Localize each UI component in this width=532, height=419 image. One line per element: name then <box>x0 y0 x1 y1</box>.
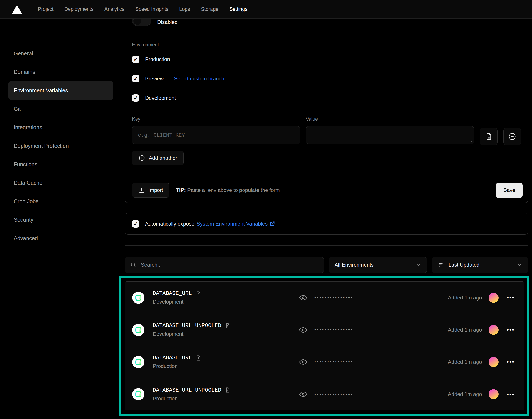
env-var-form-panel: Disabled Environment ✓ Production ✓ Prev… <box>125 19 528 203</box>
sort-dropdown[interactable]: Last Updated <box>432 257 528 273</box>
save-button[interactable]: Save <box>496 183 523 198</box>
sidebar-item-git[interactable]: Git <box>9 100 113 118</box>
added-timestamp: Added 1m ago <box>448 359 482 365</box>
env-var-environment: Production <box>153 395 231 402</box>
add-another-button[interactable]: Add another <box>132 151 184 165</box>
main-content: Disabled Environment ✓ Production ✓ Prev… <box>125 19 528 273</box>
masked-value: ••••••••••••••• <box>314 295 354 300</box>
sidebar-item-functions[interactable]: Functions <box>9 155 113 174</box>
import-button[interactable]: Import <box>132 183 169 197</box>
minus-circle-icon <box>508 132 517 141</box>
env-var-row[interactable]: DATABASE_URL_UNPOOLED Production •••••••… <box>125 378 524 410</box>
paste-env-button[interactable] <box>480 128 498 145</box>
auto-expose-label: Automatically expose <box>145 221 194 227</box>
checkmark-icon: ✓ <box>134 221 138 227</box>
sidebar-item-advanced[interactable]: Advanced <box>9 229 113 248</box>
key-input[interactable] <box>132 126 300 144</box>
sidebar-item-general[interactable]: General <box>9 44 113 63</box>
added-timestamp: Added 1m ago <box>448 295 482 301</box>
value-label: Value <box>306 116 474 122</box>
eye-icon[interactable] <box>299 357 308 367</box>
user-avatar <box>489 389 499 399</box>
chevron-down-icon <box>415 262 421 268</box>
sort-icon <box>438 262 444 268</box>
import-label: Import <box>148 187 163 193</box>
neon-logo-icon <box>135 358 142 366</box>
sidebar-item-cron-jobs[interactable]: Cron Jobs <box>9 192 113 210</box>
download-icon <box>138 187 145 193</box>
auto-expose-panel: ✓ Automatically expose System Environmen… <box>125 213 528 235</box>
filter-row: All Environments Last Updated <box>125 257 528 273</box>
external-link-icon <box>269 221 275 227</box>
eye-icon[interactable] <box>299 293 308 302</box>
env-var-row[interactable]: DATABASE_URL Production ••••••••••••••• <box>125 346 524 378</box>
row-menu-button[interactable]: ••• <box>505 359 516 365</box>
env-var-environment: Production <box>153 363 201 369</box>
development-checkbox[interactable]: ✓ <box>132 94 139 102</box>
sidebar-item-security[interactable]: Security <box>9 210 113 229</box>
tab-deployments[interactable]: Deployments <box>59 0 99 18</box>
remove-row-button[interactable] <box>503 128 521 145</box>
env-var-row[interactable]: DATABASE_URL Development ••••••••••••••• <box>125 282 524 314</box>
checkmark-icon: ✓ <box>134 95 138 101</box>
annotation-highlight-rect: DATABASE_URL Development ••••••••••••••• <box>119 276 529 416</box>
note-icon[interactable] <box>225 323 231 329</box>
production-checkbox[interactable]: ✓ <box>132 56 139 63</box>
tip-body: Paste a .env above to populate the form <box>186 187 280 193</box>
row-menu-button[interactable]: ••• <box>505 327 516 333</box>
eye-icon[interactable] <box>299 325 308 334</box>
page: Project Deployments Analytics Speed Insi… <box>0 0 532 419</box>
row-menu-button[interactable]: ••• <box>505 391 516 398</box>
add-another-label: Add another <box>149 155 177 161</box>
sidebar-item-deployment-protection[interactable]: Deployment Protection <box>9 137 113 155</box>
disabled-toggle-label: Disabled <box>157 19 177 25</box>
user-avatar <box>489 293 499 303</box>
neon-logo-icon <box>135 391 142 398</box>
auto-expose-checkbox[interactable]: ✓ <box>132 220 139 228</box>
tab-storage[interactable]: Storage <box>195 0 224 18</box>
resize-handle-icon[interactable] <box>470 140 473 143</box>
checkmark-icon: ✓ <box>134 76 138 82</box>
env-var-key: DATABASE_URL_UNPOOLED <box>153 323 221 329</box>
disabled-toggle[interactable] <box>132 19 151 26</box>
env-var-row[interactable]: DATABASE_URL_UNPOOLED Development ••••••… <box>125 314 524 346</box>
note-icon[interactable] <box>195 355 201 361</box>
value-input[interactable] <box>306 126 474 144</box>
sort-label: Last Updated <box>449 262 479 268</box>
preview-checkbox[interactable]: ✓ <box>132 75 139 82</box>
env-var-environment: Development <box>153 331 231 337</box>
sidebar-item-integrations[interactable]: Integrations <box>9 118 113 137</box>
added-timestamp: Added 1m ago <box>448 391 482 397</box>
environment-section-label: Environment <box>125 32 528 50</box>
environment-filter-dropdown[interactable]: All Environments <box>329 257 427 273</box>
sidebar-item-domains[interactable]: Domains <box>9 63 113 81</box>
system-env-vars-link[interactable]: System Environment Variables <box>197 221 268 227</box>
chevron-down-icon <box>517 262 522 268</box>
eye-icon[interactable] <box>299 390 308 399</box>
search-box[interactable] <box>125 257 324 273</box>
masked-value: ••••••••••••••• <box>314 327 354 332</box>
tab-analytics[interactable]: Analytics <box>99 0 130 18</box>
checkmark-icon: ✓ <box>134 56 138 62</box>
sidebar-item-environment-variables[interactable]: Environment Variables <box>9 81 113 100</box>
select-custom-branch-link[interactable]: Select custom branch <box>174 76 224 82</box>
note-icon[interactable] <box>195 290 201 297</box>
masked-value: ••••••••••••••• <box>314 359 354 365</box>
nav-tabs: Project Deployments Analytics Speed Insi… <box>32 0 253 18</box>
env-var-environment: Development <box>153 299 201 305</box>
vercel-logo-icon[interactable] <box>12 5 22 14</box>
added-timestamp: Added 1m ago <box>448 327 482 333</box>
env-var-key: DATABASE_URL_UNPOOLED <box>153 387 221 393</box>
note-icon[interactable] <box>225 387 231 393</box>
tab-logs[interactable]: Logs <box>174 0 195 18</box>
tab-project[interactable]: Project <box>32 0 59 18</box>
masked-value: ••••••••••••••• <box>314 392 354 397</box>
tab-settings[interactable]: Settings <box>224 0 253 18</box>
sidebar-item-data-cache[interactable]: Data Cache <box>9 174 113 192</box>
tab-speed-insights[interactable]: Speed Insights <box>130 0 174 18</box>
neon-integration-avatar <box>132 388 144 400</box>
row-menu-button[interactable]: ••• <box>505 294 516 301</box>
env-var-key: DATABASE_URL <box>153 355 192 361</box>
user-avatar <box>489 357 499 367</box>
search-input[interactable] <box>141 262 318 268</box>
